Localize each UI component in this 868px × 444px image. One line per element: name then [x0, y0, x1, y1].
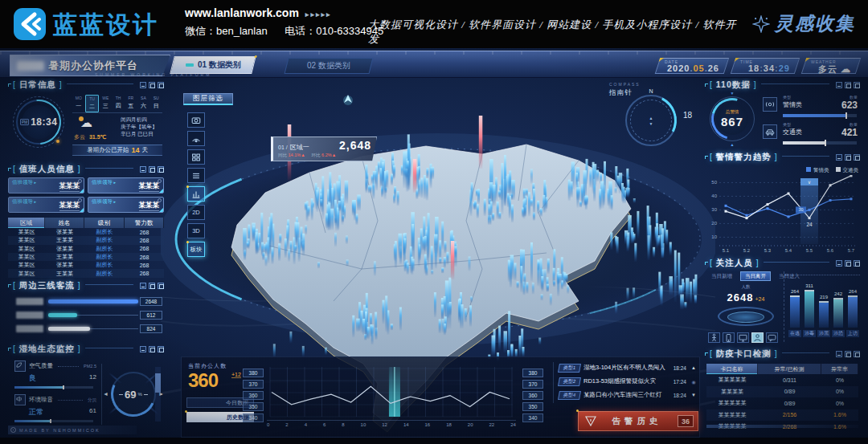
table-row[interactable]: 某某某某某2/1561.6% [706, 409, 858, 422]
office-trend-chart[interactable] [267, 367, 516, 418]
walk-icon[interactable] [708, 332, 720, 343]
monitor-icon[interactable] [737, 332, 749, 343]
close-icon[interactable] [158, 198, 162, 202]
expand-icon[interactable] [854, 351, 860, 357]
close-icon[interactable] [158, 179, 162, 183]
maximize-icon[interactable] [845, 351, 851, 357]
alert-row[interactable]: 类型2RD13-53烟感报警疑似火灾17:24◉ [559, 376, 698, 387]
y-tick-box[interactable]: 360 [243, 391, 264, 400]
alert-history-banner[interactable]: 告警历史 36 [578, 411, 698, 431]
table-row[interactable]: 某某区张某某副所长268 [8, 245, 164, 253]
checkpoint-col-header[interactable]: 卡口名称 [706, 364, 758, 374]
eco-scrollbar[interactable] [155, 367, 161, 422]
expand-icon[interactable] [158, 346, 164, 352]
close-icon[interactable] [78, 198, 82, 202]
table-row[interactable]: 某某某某某0/890% [706, 397, 858, 409]
weekday-cell[interactable]: SA六 [137, 95, 150, 112]
y-tick-box[interactable]: 380 [522, 369, 543, 377]
y-tick-box[interactable]: 370 [243, 380, 264, 389]
layer-button-radar[interactable] [187, 131, 205, 146]
compass-dial[interactable]: N ▲▼ [625, 95, 677, 146]
focus-bar[interactable]: 242涉恐 [833, 298, 843, 328]
focus-bar-chart[interactable]: 264在逃311涉毒219涉黑242涉恐264上访 [784, 271, 859, 342]
table-row[interactable]: 某某某某0/890% [706, 386, 858, 398]
legend-item[interactable]: 交通类 [836, 167, 859, 174]
expand-icon[interactable] [158, 166, 164, 173]
table-row[interactable]: 某某区张某某副所长268 [8, 228, 164, 236]
duty-col-header[interactable]: 区域 [8, 218, 45, 228]
duty-leader-card[interactable]: 值班领导某某某 [88, 197, 164, 213]
layer-button-layers[interactable] [187, 149, 205, 165]
duty-leader-card[interactable]: 值班领导某某某 [8, 177, 84, 193]
expand-icon[interactable] [854, 82, 860, 88]
weekday-cell[interactable]: WE三 [99, 95, 112, 112]
duty-leader-card[interactable]: 值班领导某某某 [8, 197, 84, 213]
focus-bar[interactable]: 264在逃 [790, 295, 800, 328]
focus-bar[interactable]: 264上访 [848, 295, 858, 328]
y-tick-box[interactable]: 380 [243, 369, 264, 377]
maximize-icon[interactable] [149, 82, 155, 88]
alert-row[interactable]: 类型1湿地3-104片区有不明人员闯入18:24▲ [559, 362, 698, 373]
expand-icon[interactable] [854, 260, 860, 267]
expand-icon[interactable] [158, 82, 164, 88]
duty-leader-card[interactable]: 值班领导某某某 [88, 177, 164, 193]
focus-tab[interactable]: 当日新增 [706, 271, 737, 281]
table-row[interactable]: 某某区王某某副所长268 [8, 269, 164, 277]
maximize-icon[interactable] [149, 346, 155, 352]
trend-chart[interactable]: 5040302010∨24305.15.25.35.45.55.65.7 [706, 175, 859, 254]
minimize-icon[interactable] [140, 346, 146, 352]
layer-button-3D[interactable]: 3D [187, 223, 205, 238]
weekday-cell[interactable]: TU二 [85, 95, 100, 112]
table-row[interactable]: 某某区张某某副所长268 [8, 261, 164, 269]
layer-button-list[interactable] [187, 168, 205, 183]
weekday-cell[interactable]: MO一 [72, 95, 85, 112]
minimize-icon[interactable] [836, 351, 842, 357]
expand-icon[interactable] [158, 283, 164, 289]
legend-item[interactable]: 警情类 [806, 167, 829, 174]
duty-col-header[interactable]: 姓名 [45, 218, 84, 228]
y-tick-box[interactable]: 340 [522, 413, 543, 422]
maximize-icon[interactable] [845, 260, 851, 267]
table-row[interactable]: 某某区王某某副所长268 [8, 253, 164, 261]
y-tick-box[interactable]: 360 [522, 391, 543, 400]
weekday-cell[interactable]: FR五 [125, 95, 137, 112]
y-tick-box[interactable]: 340 [243, 413, 264, 422]
layer-button-camera[interactable] [187, 112, 205, 128]
y-tick-box[interactable]: 350 [522, 402, 543, 411]
maximize-icon[interactable] [845, 82, 851, 88]
duty-col-header[interactable]: 级别 [84, 218, 125, 228]
focus-bar[interactable]: 219涉黑 [819, 301, 829, 328]
tab-data-category-1[interactable]: 01 数据类别 [170, 56, 256, 74]
tab-data-category-2[interactable]: 02 数据类别 [285, 58, 374, 74]
layer-button-2D[interactable]: 2D [187, 205, 205, 220]
table-row[interactable]: 某某某某某0/3110% [706, 374, 858, 386]
maximize-icon[interactable] [149, 283, 155, 289]
focus-bar[interactable]: 311涉毒 [805, 290, 814, 328]
layer-button-bar-chart[interactable] [187, 186, 205, 202]
phone-icon[interactable] [723, 332, 735, 343]
brand-website[interactable]: www.lanlanwork.com [185, 6, 299, 19]
expand-icon[interactable] [854, 154, 860, 161]
weekday-cell[interactable]: TH四 [112, 95, 125, 112]
person-icon[interactable] [751, 332, 764, 343]
focus-tab[interactable]: 当日离开 [740, 271, 771, 281]
chat-icon[interactable] [766, 332, 778, 343]
y-tick-box[interactable]: 350 [243, 402, 264, 411]
gauge-left-arrow[interactable]: ◄ [103, 391, 108, 397]
close-icon[interactable] [78, 179, 82, 183]
layer-button-板块[interactable]: 板块 [187, 242, 205, 257]
y-tick-box[interactable]: 370 [522, 380, 543, 389]
maximize-icon[interactable] [149, 166, 155, 173]
minimize-icon[interactable] [836, 260, 842, 267]
maximize-icon[interactable] [845, 154, 851, 161]
minimize-icon[interactable] [836, 82, 842, 88]
inspiration-collect[interactable]: 灵感收集 [752, 11, 855, 36]
minimize-icon[interactable] [140, 82, 146, 88]
checkpoint-col-header[interactable]: 异常率 [821, 364, 858, 374]
checkpoint-col-header[interactable]: 异常/已检测 [758, 364, 821, 374]
duty-col-header[interactable]: 警力数 [125, 218, 164, 228]
weekday-cell[interactable]: SU日 [149, 95, 162, 112]
table-row[interactable]: 某某区王某某副所长268 [8, 236, 164, 244]
minimize-icon[interactable] [140, 166, 146, 173]
alert-row[interactable]: 类型4某路口有小汽车连闯三个红灯18:24▼ [559, 389, 698, 401]
